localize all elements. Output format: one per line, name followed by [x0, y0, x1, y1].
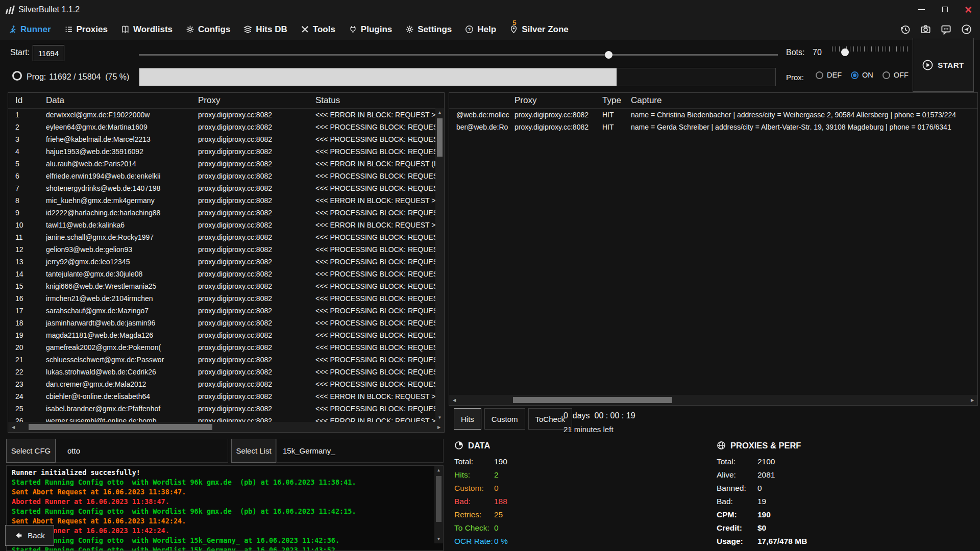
nav-item-plugins[interactable]: Plugins — [349, 24, 392, 35]
cell-id: 11 — [8, 231, 44, 243]
column-header-proxy[interactable]: Proxy — [196, 95, 313, 106]
scroll-thumb[interactable] — [436, 476, 442, 522]
result-row[interactable]: 23 dan.cremer@gmx.de:Mala2012 proxy.digi… — [8, 378, 435, 390]
nav-item-runner[interactable]: Runner — [8, 24, 51, 35]
result-row[interactable]: 24 cbiehler@t-online.de:elisabeth64 prox… — [8, 390, 435, 403]
cell-status: <<< PROCESSING BLOCK: REQUEST >>> — [313, 317, 435, 329]
result-row[interactable]: 2 eyleen64@gmx.de:Martina1609 proxy.digi… — [8, 121, 435, 133]
send-button[interactable] — [960, 22, 973, 36]
close-button[interactable]: × — [957, 0, 980, 19]
scroll-thumb[interactable] — [513, 397, 672, 403]
result-row[interactable]: 22 lukas.strohwald@web.de:Cedrik26 proxy… — [8, 366, 435, 378]
stat-value: 25 — [494, 508, 503, 521]
scroll-down-button[interactable]: ▼ — [435, 413, 444, 422]
scroll-right-button[interactable]: ▶ — [967, 395, 977, 405]
scroll-up-button[interactable]: ▲ — [434, 466, 443, 474]
result-row[interactable]: 17 sarahschauf@gmx.de:Mazingo7 proxy.dig… — [8, 305, 435, 317]
cell-data: eyleen64@gmx.de:Martina1609 — [44, 121, 196, 133]
result-row[interactable]: 21 schluesselschwert@gmx.de:Passwor prox… — [8, 354, 435, 366]
scroll-left-button[interactable]: ◀ — [8, 422, 18, 432]
result-row[interactable]: 8 mic_kuehn@gmx.de:mk4germany proxy.digi… — [8, 194, 435, 207]
scroll-thumb[interactable] — [437, 118, 443, 157]
history-button[interactable] — [898, 22, 912, 36]
column-header-data[interactable]: Data — [44, 95, 196, 106]
prox-radio-off[interactable]: OFF — [883, 71, 909, 79]
main-slider[interactable] — [139, 51, 778, 59]
results-vertical-scrollbar[interactable]: ▲ ▼ — [435, 108, 444, 422]
minimize-icon — [918, 9, 925, 10]
hits-horizontal-scrollbar[interactable]: ◀ ▶ — [449, 395, 977, 405]
result-row[interactable]: 6 elfriede.erwin1994@web.de:enkelkii pro… — [8, 170, 435, 182]
cell-proxy: proxy.digiproxy.cc:8082 — [196, 268, 313, 280]
maximize-button[interactable] — [933, 0, 957, 19]
column-header-status[interactable]: Status — [313, 95, 444, 106]
nav-item-hitsdb[interactable]: Hits DB — [243, 24, 287, 35]
log-line: Aborted Runner at 16.06.2023 11:42:24. — [12, 526, 438, 536]
tab-custom[interactable]: Custom — [484, 408, 525, 430]
scroll-left-button[interactable]: ◀ — [449, 395, 459, 405]
nav-item-tools[interactable]: Tools — [301, 24, 335, 35]
hit-row[interactable]: @web.de:mollec proxy.digiproxy.cc:8082 H… — [449, 109, 977, 121]
column-header-capture[interactable]: Capture — [629, 95, 977, 106]
column-header-id[interactable]: Id — [8, 95, 44, 106]
chat-button[interactable] — [939, 22, 952, 36]
column-header-proxy[interactable]: Proxy — [512, 95, 600, 106]
result-row[interactable]: 1 derwixxel@gmx.de:F19022000w proxy.digi… — [8, 109, 435, 121]
main-slider-thumb[interactable] — [605, 51, 612, 59]
cell-proxy: proxy.digiproxy.cc:8082 — [196, 292, 313, 305]
cell-proxy: proxy.digiproxy.cc:8082 — [196, 329, 313, 341]
cfg-input[interactable]: otto — [56, 439, 228, 463]
result-row[interactable]: 3 friehe@kabelmail.de:Marcel2213 proxy.d… — [8, 133, 435, 145]
result-row[interactable]: 16 irmchen21@web.de:2104irmchen proxy.di… — [8, 292, 435, 305]
select-cfg-button[interactable]: Select CFG — [6, 439, 56, 463]
cell-type: HIT — [600, 109, 629, 121]
stat-label: Bad: — [454, 495, 494, 508]
nav-item-silver-zone[interactable]: 5 Silver Zone — [509, 24, 569, 35]
cell-status: <<< PROCESSING BLOCK: REQUEST >>> — [313, 354, 435, 366]
scroll-down-button[interactable]: ▼ — [434, 535, 443, 543]
select-list-button[interactable]: Select List — [231, 439, 276, 463]
start-input[interactable]: 11694 — [33, 45, 64, 61]
results-horizontal-scrollbar[interactable]: ◀ ▶ — [8, 422, 444, 432]
result-row[interactable]: 11 janine.schall@gmx.de:Rocky1997 proxy.… — [8, 231, 435, 243]
scroll-right-button[interactable]: ▶ — [434, 422, 444, 432]
column-header-type[interactable]: Type — [600, 95, 629, 106]
list-input[interactable]: 15k_Germany_ — [276, 439, 444, 463]
nav-item-wordlists[interactable]: Wordlists — [121, 24, 173, 35]
scroll-up-button[interactable]: ▲ — [435, 108, 444, 117]
start-button[interactable]: START — [913, 38, 974, 92]
window-controls: × — [910, 0, 980, 19]
result-row[interactable]: 25 isabel.brandner@gmx.de:Pfaffenhof pro… — [8, 403, 435, 415]
result-row[interactable]: 15 knigi666@web.de:Wrestlemania25 proxy.… — [8, 280, 435, 292]
result-row[interactable]: 9 id2222@harlaching.de:harlaching88 prox… — [8, 207, 435, 219]
nav-item-proxies[interactable]: Proxies — [64, 24, 108, 35]
result-row[interactable]: 18 jasminharwardt@web.de:jasmin96 proxy.… — [8, 317, 435, 329]
tab-hits[interactable]: Hits — [454, 408, 481, 430]
result-row[interactable]: 4 hajue1953@web.de:35916092 proxy.digipr… — [8, 145, 435, 158]
bots-slider-thumb[interactable] — [841, 48, 849, 56]
result-row[interactable]: 12 gelion93@web.de:gelion93 proxy.digipr… — [8, 243, 435, 256]
cell-proxy: proxy.digiproxy.cc:8082 — [196, 256, 313, 268]
screenshot-button[interactable] — [919, 22, 932, 36]
back-button[interactable]: Back — [5, 525, 54, 546]
nav-item-help[interactable]: ? Help — [465, 24, 496, 35]
log-scrollbar[interactable]: ▲ ▼ — [434, 466, 443, 543]
nav-item-configs[interactable]: Configs — [186, 24, 230, 35]
result-row[interactable]: 10 tawl11@web.de:kalinka6 proxy.digiprox… — [8, 219, 435, 231]
prox-radio-def[interactable]: DEF — [816, 71, 842, 79]
result-row[interactable]: 7 shotenergydrinks@web.de:1407198 proxy.… — [8, 182, 435, 194]
stat-row: Hits: 2 — [454, 468, 508, 482]
cell-status: <<< PROCESSING BLOCK: REQUEST (LOG) >>> — [313, 366, 435, 378]
bots-slider[interactable] — [832, 46, 908, 58]
result-row[interactable]: 20 gamefreak2002@gmx.de:Pokemon( proxy.d… — [8, 341, 435, 354]
nav-label: Runner — [20, 24, 51, 35]
result-row[interactable]: 14 tantejulante@gmx.de:30jule08 proxy.di… — [8, 268, 435, 280]
result-row[interactable]: 5 alu.rauh@web.de:Paris2014 proxy.digipr… — [8, 158, 435, 170]
nav-item-settings[interactable]: Settings — [405, 24, 452, 35]
result-row[interactable]: 13 jerry92@gmx.de:leo12345 proxy.digipro… — [8, 256, 435, 268]
prox-radio-on[interactable]: ON — [851, 71, 873, 79]
scroll-thumb[interactable] — [29, 424, 212, 430]
result-row[interactable]: 19 magda21181@web.de:Magda126 proxy.digi… — [8, 329, 435, 341]
minimize-button[interactable] — [910, 0, 933, 19]
hit-row[interactable]: ber@web.de:Ro proxy.digiproxy.cc:8082 HI… — [449, 121, 977, 133]
